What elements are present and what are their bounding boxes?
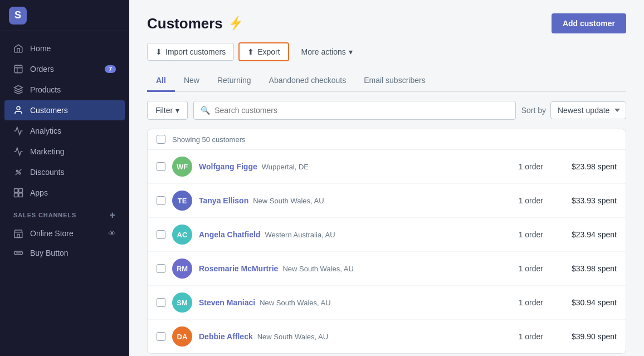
avatar: WF (172, 157, 192, 177)
sidebar-item-label: Orders (30, 65, 54, 74)
table-row: SM Steven Maniaci New South Wales, AU 1 … (148, 286, 626, 320)
table-row: RM Rosemarie McMurtrie New South Wales, … (148, 252, 626, 286)
customer-location: New South Wales, AU (260, 299, 330, 307)
discounts-icon (13, 167, 23, 177)
export-icon: ⬆ (247, 47, 254, 56)
orders-count: 1 order (487, 230, 543, 239)
more-actions-button[interactable]: More actions ▾ (294, 43, 360, 60)
customers-icon (13, 105, 23, 115)
row-checkbox[interactable] (157, 162, 165, 171)
tab-new[interactable]: New (175, 70, 208, 92)
sidebar-item-label: Products (30, 85, 61, 94)
orders-badge: 7 (105, 65, 116, 73)
customer-location: New South Wales, AU (253, 197, 324, 205)
avatar: RM (172, 259, 192, 279)
products-icon (13, 85, 23, 95)
sidebar-item-marketing[interactable]: Marketing (4, 142, 125, 162)
page-title: Customers (147, 15, 223, 32)
avatar: DA (172, 326, 192, 347)
main-content: Customers ⚡ Add customer ⬇ Import custom… (129, 0, 644, 356)
orders-count: 1 order (487, 264, 543, 273)
svg-rect-0 (14, 65, 22, 73)
avatar: AC (172, 225, 192, 245)
home-icon (13, 43, 23, 53)
customer-name[interactable]: Tanya Ellison (199, 196, 248, 205)
table-row: TE Tanya Ellison New South Wales, AU 1 o… (148, 184, 626, 218)
sort-label: Sort by (521, 106, 546, 115)
sidebar-item-customers[interactable]: Customers (4, 100, 125, 120)
showing-count: Showing 50 customers (172, 135, 246, 144)
channel-item-buy-button[interactable]: Buy Button (4, 243, 125, 262)
toolbar: ⬇ Import customers ⬆ Export More actions… (147, 42, 626, 61)
row-checkbox[interactable] (157, 298, 165, 307)
select-all-checkbox[interactable] (157, 135, 165, 144)
table-header: Showing 50 customers (148, 129, 626, 150)
svg-point-6 (19, 173, 21, 174)
table-row: WF Wolfgang Figge Wuppertal, DE 1 order … (148, 150, 626, 184)
customer-location: Wuppertal, DE (262, 163, 309, 171)
lightning-icon: ⚡ (227, 15, 245, 32)
amount-spent: $30.94 spent (550, 298, 617, 307)
tab-all[interactable]: All (147, 70, 175, 92)
svg-rect-11 (19, 193, 23, 197)
sidebar-item-orders[interactable]: Orders 7 (4, 59, 125, 79)
avatar: SM (172, 292, 192, 313)
channel-item-online-store[interactable]: Online Store 👁 (4, 224, 125, 243)
svg-point-5 (16, 170, 18, 172)
customers-table: Showing 50 customers WF Wolfgang Figge W… (147, 129, 626, 354)
export-button[interactable]: ⬆ Export (238, 42, 289, 61)
sidebar-item-apps[interactable]: Apps (4, 183, 125, 203)
visibility-icon[interactable]: 👁 (108, 229, 116, 238)
orders-count: 1 order (487, 162, 543, 171)
search-input[interactable] (214, 106, 509, 115)
amount-spent: $33.93 spent (550, 196, 617, 205)
customer-location: New South Wales, AU (257, 333, 328, 341)
sidebar-item-home[interactable]: Home (4, 38, 125, 58)
svg-rect-12 (17, 235, 20, 238)
amount-spent: $23.98 spent (550, 162, 617, 171)
sidebar-item-label: Customers (30, 106, 68, 115)
customer-name[interactable]: Steven Maniaci (199, 298, 255, 307)
add-channel-button[interactable]: + (110, 210, 116, 220)
table-row: DA Debbie Affleck New South Wales, AU 1 … (148, 320, 626, 353)
sidebar-item-products[interactable]: Products (4, 80, 125, 100)
tab-returning[interactable]: Returning (208, 70, 260, 92)
svg-marker-3 (14, 86, 23, 90)
sort-row: Sort by Newest updateOldest updateName A… (521, 101, 626, 119)
tab-abandoned[interactable]: Abandoned checkouts (260, 70, 355, 92)
sidebar-logo: S (0, 0, 129, 31)
add-customer-button[interactable]: Add customer (552, 13, 626, 33)
sidebar-item-analytics[interactable]: Analytics (4, 121, 125, 141)
svg-rect-10 (14, 193, 18, 197)
orders-count: 1 order (487, 196, 543, 205)
channel-label: Online Store (30, 229, 74, 238)
row-checkbox[interactable] (157, 230, 165, 239)
row-checkbox[interactable] (157, 332, 165, 341)
search-icon: 🔍 (201, 106, 210, 115)
filter-search-row: Filter ▾ 🔍 Sort by Newest updateOldest u… (147, 101, 626, 120)
svg-point-4 (17, 106, 20, 110)
import-button[interactable]: ⬇ Import customers (147, 43, 234, 61)
table-row: AC Angela Chatfield Western Australia, A… (148, 218, 626, 252)
orders-icon (13, 64, 23, 74)
filter-button[interactable]: Filter ▾ (147, 101, 188, 120)
svg-rect-8 (14, 189, 18, 193)
sidebar-item-label: Marketing (30, 147, 64, 156)
tab-email[interactable]: Email subscribers (355, 70, 434, 92)
row-checkbox[interactable] (157, 196, 165, 205)
customer-name[interactable]: Debbie Affleck (199, 332, 253, 341)
tabs-bar: AllNewReturningAbandoned checkoutsEmail … (147, 70, 626, 92)
sort-select[interactable]: Newest updateOldest updateName A-ZName Z… (550, 101, 626, 119)
analytics-icon (13, 126, 23, 136)
search-box: 🔍 (193, 101, 516, 120)
customer-name[interactable]: Rosemarie McMurtrie (199, 264, 278, 273)
sidebar: S Home Orders 7 Products Customers Analy… (0, 0, 129, 356)
orders-count: 1 order (487, 332, 543, 341)
amount-spent: $39.90 spent (550, 332, 617, 341)
customer-name[interactable]: Wolfgang Figge (199, 162, 257, 171)
customer-name[interactable]: Angela Chatfield (199, 230, 260, 239)
svg-rect-9 (19, 189, 23, 193)
amount-spent: $33.98 spent (550, 264, 617, 273)
row-checkbox[interactable] (157, 264, 165, 273)
sidebar-item-discounts[interactable]: Discounts (4, 162, 125, 182)
